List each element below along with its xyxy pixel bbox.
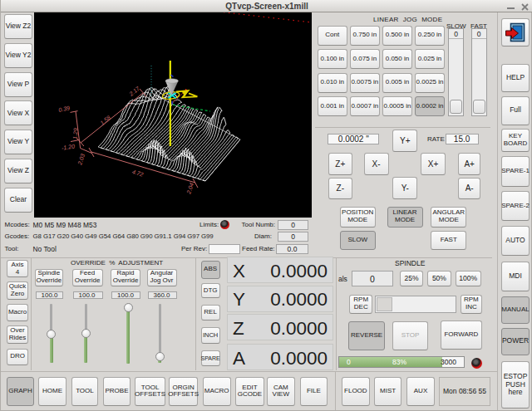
svg-text:-1.20: -1.20: [61, 143, 75, 151]
svg-text:0.39: 0.39: [58, 105, 71, 113]
svg-text:2.03: 2.03: [76, 153, 86, 166]
svg-text:4.72: 4.72: [131, 169, 144, 178]
svg-text:2.04: 2.04: [185, 182, 195, 195]
svg-text:1.29: 1.29: [72, 128, 79, 139]
svg-text:1.58: 1.58: [99, 115, 111, 126]
